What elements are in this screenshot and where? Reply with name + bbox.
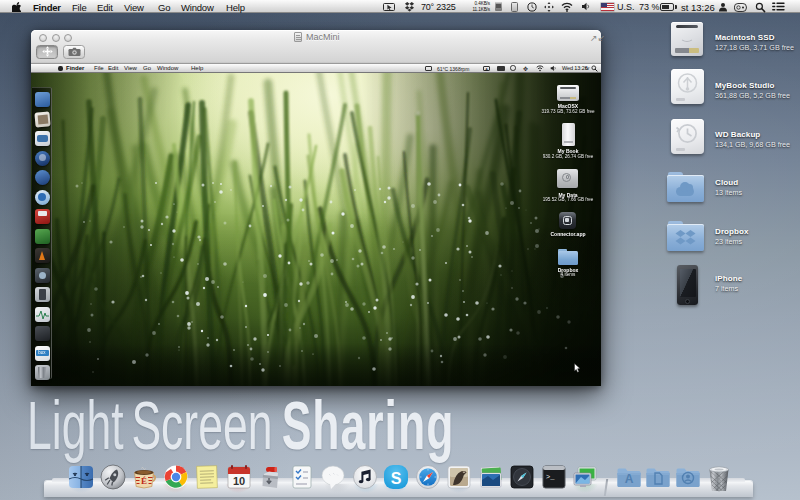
svg-text:A: A (624, 472, 633, 486)
svg-text:10: 10 (232, 475, 244, 487)
svg-text:S: S (391, 470, 402, 487)
svg-text:É: É (141, 476, 147, 486)
svg-text:>_: >_ (546, 473, 555, 481)
